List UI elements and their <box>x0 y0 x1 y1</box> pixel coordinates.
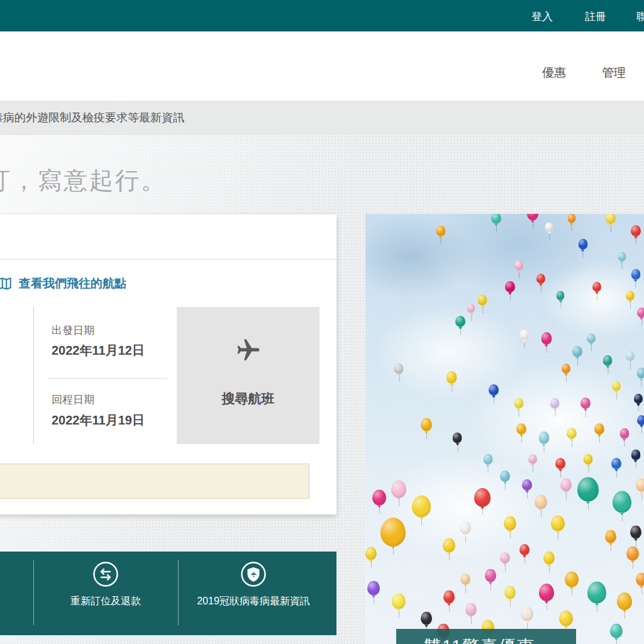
balloon <box>535 495 547 509</box>
balloon <box>567 428 577 439</box>
search-flights-label: 搜尋航班 <box>177 390 319 408</box>
balloon <box>611 458 621 469</box>
balloon <box>565 572 579 587</box>
balloon <box>610 624 623 638</box>
quicklink-rebook-refund[interactable]: 重新訂位及退款 <box>43 560 169 608</box>
balloon <box>560 478 572 491</box>
balloon <box>527 214 538 221</box>
balloon <box>584 453 593 464</box>
balloon <box>485 569 496 582</box>
booking-form-row: 出發日期 2022年11月12日 回程日期 2022年11月19日 搜尋航班 <box>0 307 319 444</box>
balloon <box>612 381 621 391</box>
balloon <box>489 384 499 396</box>
balloon <box>636 368 644 379</box>
departure-date-label: 出發日期 <box>52 323 94 338</box>
promo-strip[interactable] <box>0 464 309 499</box>
balloon <box>412 496 431 518</box>
balloon <box>557 291 565 300</box>
balloon <box>380 518 406 547</box>
login-link[interactable]: 登入 <box>531 9 553 24</box>
shield-plane-icon: ✈ <box>240 560 267 591</box>
notice-text: 毒病的外遊限制及檢疫要求等最新資訊 <box>0 110 184 125</box>
register-link[interactable]: 註冊 <box>585 9 606 24</box>
balloon <box>550 397 560 408</box>
balloon <box>521 607 533 621</box>
balloon <box>447 371 457 384</box>
quicklink-covid-info[interactable]: ✈ 2019冠狀病毒病最新資訊 <box>197 560 310 608</box>
balloon <box>421 418 432 431</box>
quicklinks-divider <box>33 560 34 625</box>
balloon <box>474 488 491 507</box>
exchange-arrows-icon <box>92 560 119 591</box>
map-icon <box>0 275 13 292</box>
airplane-icon <box>235 307 262 366</box>
balloon <box>392 593 406 609</box>
balloon <box>516 423 526 435</box>
svg-text:✈: ✈ <box>249 570 258 577</box>
date-divider <box>47 378 167 379</box>
balloon <box>631 269 640 279</box>
balloon <box>455 316 465 327</box>
balloon <box>592 282 601 292</box>
contact-link[interactable]: 聯絡我們 <box>636 9 644 24</box>
balloon <box>613 491 631 513</box>
page: 登入 註冊 聯絡我們 優惠 管理 毒病的外遊限制及檢疫要求等最新資訊 訂，寫意起… <box>0 0 644 644</box>
departure-date-field[interactable]: 2022年11月12日 <box>52 342 145 359</box>
search-flights-button[interactable]: 搜尋航班 <box>177 307 319 444</box>
balloon <box>505 281 515 292</box>
return-date-field[interactable]: 2022年11月19日 <box>52 412 145 429</box>
balloon <box>587 333 596 343</box>
balloon <box>467 304 475 313</box>
balloon <box>634 394 643 404</box>
balloon <box>562 364 570 374</box>
balloon <box>567 214 575 223</box>
balloon <box>504 516 516 531</box>
balloon <box>637 415 644 425</box>
balloon <box>545 222 553 231</box>
balloon <box>536 274 545 284</box>
balloon <box>630 526 641 539</box>
balloon <box>443 590 455 603</box>
balloon <box>578 238 587 249</box>
balloon <box>453 432 462 443</box>
balloon <box>619 428 629 438</box>
balloon <box>617 592 632 610</box>
nav-offers[interactable]: 優惠 <box>542 65 566 81</box>
balloon <box>572 346 582 357</box>
balloon <box>528 454 537 464</box>
balloon <box>637 308 644 318</box>
notice-bar: 毒病的外遊限制及檢疫要求等最新資訊 <box>0 101 644 135</box>
balloon <box>514 397 523 408</box>
balloon <box>483 453 492 464</box>
balloon <box>500 552 510 564</box>
balloon <box>460 574 470 585</box>
quicklinks-divider <box>178 560 179 625</box>
balloon <box>421 611 432 625</box>
balloon <box>551 516 565 531</box>
balloon <box>394 364 404 374</box>
quicklink-rebook-label: 重新訂位及退款 <box>43 594 169 608</box>
double11-promo-banner[interactable]: 雙11驚喜優惠 › <box>396 629 576 644</box>
balloon <box>500 470 510 482</box>
balloon <box>522 479 532 491</box>
balloon <box>636 478 644 491</box>
hero-heading: 訂，寫意起行。 <box>0 165 167 197</box>
balloon <box>603 355 613 365</box>
main-header: 優惠 管理 <box>0 31 644 101</box>
balloon <box>367 581 380 596</box>
balloon <box>465 603 477 616</box>
balloon <box>626 547 639 561</box>
balloon <box>514 260 523 270</box>
field-separator <box>33 307 34 444</box>
balloon <box>636 573 644 586</box>
balloon <box>580 397 591 409</box>
balloon <box>618 252 626 262</box>
nav-manage[interactable]: 管理 <box>602 65 626 81</box>
balloon <box>577 477 599 501</box>
booking-card: 查看我們飛往的航點 出發日期 2022年11月12日 回程日期 2022年11月… <box>0 214 336 514</box>
balloon <box>626 291 635 301</box>
balloon <box>631 225 641 236</box>
view-destinations-link[interactable]: 查看我們飛往的航點 <box>0 275 126 292</box>
quicklinks-bar: 重新訂位及退款 ✈ 2019冠狀病毒病最新資訊 <box>0 552 336 635</box>
balloon <box>631 450 640 460</box>
